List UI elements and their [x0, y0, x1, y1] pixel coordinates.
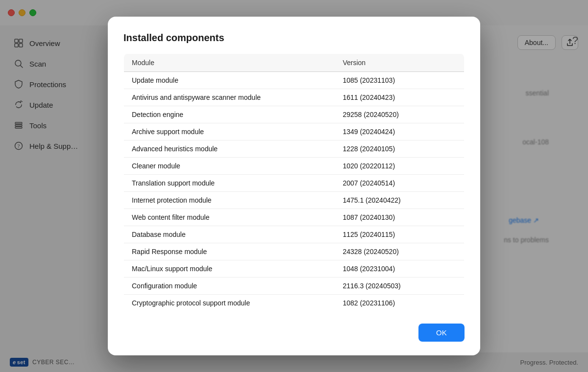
table-row: Mac/Linux support module1048 (20231004) — [124, 260, 465, 278]
version-cell: 1020 (20220112) — [335, 158, 464, 175]
module-cell: Advanced heuristics module — [124, 140, 335, 158]
modal-overlay: Installed components Module Version Upda… — [0, 0, 588, 372]
table-row: Rapid Response module24328 (20240520) — [124, 243, 465, 260]
module-column-header: Module — [124, 54, 335, 72]
version-cell: 1475.1 (20240422) — [335, 192, 464, 209]
table-row: Translation support module2007 (20240514… — [124, 175, 465, 192]
table-row: Internet protection module1475.1 (202404… — [124, 192, 465, 209]
module-cell: Cleaner module — [124, 158, 335, 175]
installed-components-modal: Installed components Module Version Upda… — [108, 17, 480, 355]
table-row: Detection engine29258 (20240520) — [124, 106, 465, 123]
module-cell: Archive support module — [124, 123, 335, 140]
modal-title: Installed components — [123, 32, 465, 44]
table-row: Database module1125 (20240115) — [124, 226, 465, 243]
table-row: Advanced heuristics module1228 (20240105… — [124, 140, 465, 158]
table-row: Cryptographic protocol support module108… — [124, 295, 465, 312]
version-cell: 1082 (20231106) — [335, 295, 464, 312]
version-cell: 1087 (20240130) — [335, 209, 464, 226]
version-cell: 1048 (20231004) — [335, 260, 464, 278]
table-row: Configuration module2116.3 (20240503) — [124, 278, 465, 295]
version-cell: 2116.3 (20240503) — [335, 278, 464, 295]
table-header: Module Version — [124, 54, 465, 72]
version-cell: 2007 (20240514) — [335, 175, 464, 192]
version-cell: 24328 (20240520) — [335, 243, 464, 260]
version-cell: 1125 (20240115) — [335, 226, 464, 243]
module-cell: Rapid Response module — [124, 243, 335, 260]
table-row: Archive support module1349 (20240424) — [124, 123, 465, 140]
module-cell: Web content filter module — [124, 209, 335, 226]
module-cell: Database module — [124, 226, 335, 243]
version-cell: 1085 (20231103) — [335, 72, 464, 89]
module-cell: Cryptographic protocol support module — [124, 295, 335, 312]
version-cell: 1228 (20240105) — [335, 140, 464, 158]
table-row: Antivirus and antispyware scanner module… — [124, 89, 465, 106]
table-row: Cleaner module1020 (20220112) — [124, 158, 465, 175]
module-cell: Antivirus and antispyware scanner module — [124, 89, 335, 106]
modal-footer: OK — [123, 322, 465, 342]
module-cell: Detection engine — [124, 106, 335, 123]
module-cell: Update module — [124, 72, 335, 89]
module-cell: Translation support module — [124, 175, 335, 192]
module-cell: Mac/Linux support module — [124, 260, 335, 278]
version-cell: 1611 (20240423) — [335, 89, 464, 106]
table-row: Update module1085 (20231103) — [124, 72, 465, 89]
version-cell: 29258 (20240520) — [335, 106, 464, 123]
ok-button[interactable]: OK — [418, 324, 465, 342]
components-table: Module Version Update module1085 (202311… — [123, 53, 465, 312]
table-body: Update module1085 (20231103)Antivirus an… — [124, 72, 465, 312]
module-cell: Internet protection module — [124, 192, 335, 209]
version-cell: 1349 (20240424) — [335, 123, 464, 140]
module-cell: Configuration module — [124, 278, 335, 295]
version-column-header: Version — [335, 54, 464, 72]
table-row: Web content filter module1087 (20240130) — [124, 209, 465, 226]
